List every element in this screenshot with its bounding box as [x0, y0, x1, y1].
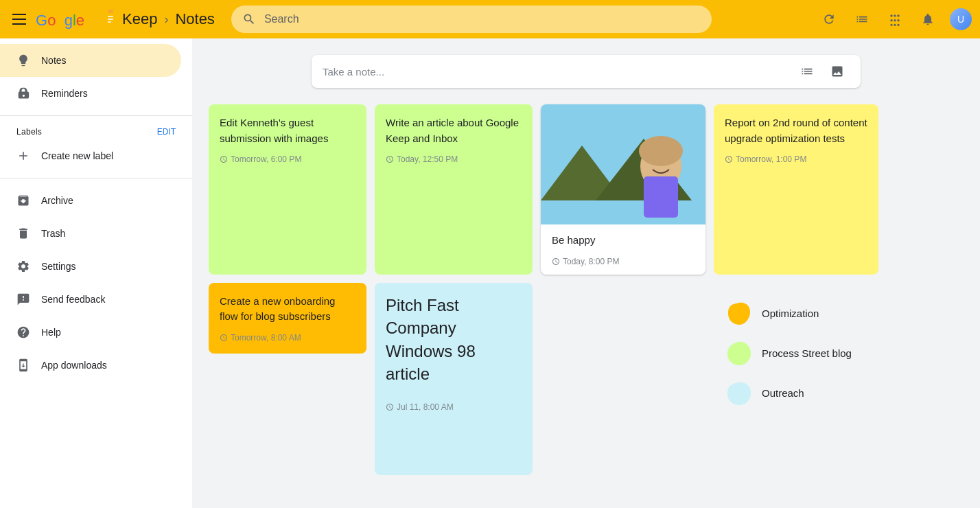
hamburger-icon: [12, 14, 26, 25]
clock-icon-2: [386, 155, 394, 163]
divider-2: [0, 178, 192, 178]
note-time-1: Tomorrow, 6:00 PM: [231, 154, 301, 164]
legend-label-process: Process Street blog: [762, 347, 852, 359]
svg-rect-10: [644, 176, 678, 218]
note-text-4: Report on 2nd round of content upgrade o…: [725, 115, 867, 146]
note-timestamp-6: Jul 11, 8:00 AM: [386, 386, 522, 412]
note-time-6: Jul 11, 8:00 AM: [397, 402, 454, 412]
svg-rect-1: [105, 11, 116, 26]
feedback-label: Send feedback: [41, 294, 105, 305]
clock-icon-6: [386, 403, 394, 411]
clock-icon: [220, 155, 228, 163]
sidebar-item-feedback[interactable]: Send feedback: [0, 283, 181, 316]
archive-label: Archive: [41, 195, 73, 206]
sidebar: Notes Reminders Labels EDIT Create new l…: [0, 38, 192, 508]
sidebar-item-settings[interactable]: Settings: [0, 250, 181, 283]
avatar-button[interactable]: U: [947, 5, 975, 33]
header-actions: U: [815, 5, 975, 33]
apps-button[interactable]: [881, 5, 909, 33]
note-card-3[interactable]: Be happy Today, 8:00 PM: [541, 104, 705, 275]
note-time-5: Tomorrow, 8:00 AM: [231, 333, 301, 343]
note-image-svg: [541, 104, 705, 224]
app-downloads-icon: [16, 358, 30, 372]
labels-header: Labels EDIT: [0, 122, 192, 139]
sidebar-item-help[interactable]: Help: [0, 316, 181, 349]
note-text-1: Edit Kenneth's guest submission with ima…: [220, 115, 355, 146]
sidebar-item-archive[interactable]: Archive: [0, 184, 181, 217]
note-timestamp-4: Tomorrow, 1:00 PM: [725, 154, 867, 164]
labels-title: Labels: [16, 127, 42, 137]
sidebar-item-notes[interactable]: Notes: [0, 44, 181, 77]
note-card-1[interactable]: Edit Kenneth's guest submission with ima…: [209, 104, 366, 275]
notes-row-1: Edit Kenneth's guest submission with ima…: [209, 104, 878, 275]
trash-icon: [16, 227, 30, 240]
search-icon: [242, 12, 256, 26]
notes-columns: Edit Kenneth's guest submission with ima…: [209, 104, 878, 475]
notes-label: Notes: [41, 55, 67, 66]
notes-row-2: Create a new onboarding flow for blog su…: [209, 283, 878, 475]
note-text-2: Write an article about Google Keep and I…: [386, 115, 522, 146]
image-button[interactable]: [825, 59, 850, 84]
refresh-icon: [822, 12, 836, 26]
bell-icon: [921, 12, 935, 26]
sidebar-item-app-downloads[interactable]: App downloads: [0, 349, 181, 382]
note-card-2[interactable]: Write an article about Google Keep and I…: [375, 104, 533, 275]
note-card-5[interactable]: Create a new onboarding flow for blog su…: [209, 283, 366, 354]
clock-icon-3: [552, 257, 560, 266]
search-placeholder: Search: [264, 13, 299, 25]
trash-label: Trash: [41, 228, 65, 239]
apps-icon: [888, 12, 902, 26]
notifications-button[interactable]: [914, 5, 942, 33]
note-text-6: Pitch Fast Company Windows 98 article: [386, 294, 522, 386]
divider-1: [0, 115, 192, 116]
legend-item-outreach: Outreach: [725, 379, 867, 408]
svg-rect-2: [108, 10, 113, 13]
breadcrumb-arrow: ›: [164, 12, 168, 27]
take-note-placeholder: Take a note...: [323, 66, 789, 78]
refresh-button[interactable]: [815, 5, 843, 33]
take-note-actions: [795, 59, 850, 84]
note-time-3: Today, 8:00 PM: [563, 257, 620, 266]
menu-button[interactable]: [5, 5, 33, 33]
svg-text:Google: Google: [36, 12, 84, 29]
help-label: Help: [41, 327, 61, 338]
note-content-3: Be happy Today, 8:00 PM: [541, 224, 705, 275]
note-text-3: Be happy: [552, 233, 695, 249]
user-avatar: U: [950, 8, 972, 30]
note-time-2: Today, 12:50 PM: [397, 154, 458, 164]
lightbulb-icon: [16, 54, 30, 67]
note-timestamp-2: Today, 12:50 PM: [386, 154, 522, 164]
sidebar-item-reminders[interactable]: Reminders: [0, 77, 181, 110]
legend-label-outreach: Outreach: [762, 387, 804, 399]
svg-point-13: [639, 136, 683, 166]
edit-labels-button[interactable]: EDIT: [157, 127, 176, 137]
sidebar-item-trash[interactable]: Trash: [0, 217, 181, 250]
archive-icon: [16, 194, 30, 207]
app-header: Google Keep › Notes Search: [0, 0, 980, 38]
list-view-button[interactable]: [848, 5, 876, 33]
note-timestamp-5: Tomorrow, 8:00 AM: [220, 333, 355, 343]
image-icon: [830, 65, 844, 78]
take-note-bar[interactable]: Take a note...: [312, 55, 861, 88]
clock-icon-5: [220, 334, 228, 342]
note-card-4[interactable]: Report on 2nd round of content upgrade o…: [714, 104, 878, 275]
checklist-button[interactable]: [795, 59, 819, 84]
legend-blob-optimization: [725, 299, 754, 328]
sidebar-item-create-label[interactable]: Create new label: [0, 139, 181, 172]
logo-keep-text: Keep: [122, 10, 157, 28]
reminders-label: Reminders: [41, 88, 88, 99]
search-bar[interactable]: Search: [231, 5, 712, 33]
note-image-wrapper: [541, 104, 705, 224]
google-logo: Google: [36, 9, 99, 30]
plus-icon: [16, 149, 30, 163]
note-text-5: Create a new onboarding flow for blog su…: [220, 294, 355, 325]
checklist-icon: [800, 65, 814, 78]
help-icon: [16, 325, 30, 339]
content-area: Edit Kenneth's guest submission with ima…: [209, 104, 964, 475]
note-time-4: Tomorrow, 1:00 PM: [736, 154, 806, 164]
note-card-6[interactable]: Pitch Fast Company Windows 98 article Ju…: [375, 283, 533, 475]
legend-blob-process: [725, 339, 754, 368]
legend-label-optimization: Optimization: [762, 308, 819, 319]
settings-icon: [16, 259, 30, 273]
labels-legend: Optimization Process Street blog: [714, 283, 878, 419]
